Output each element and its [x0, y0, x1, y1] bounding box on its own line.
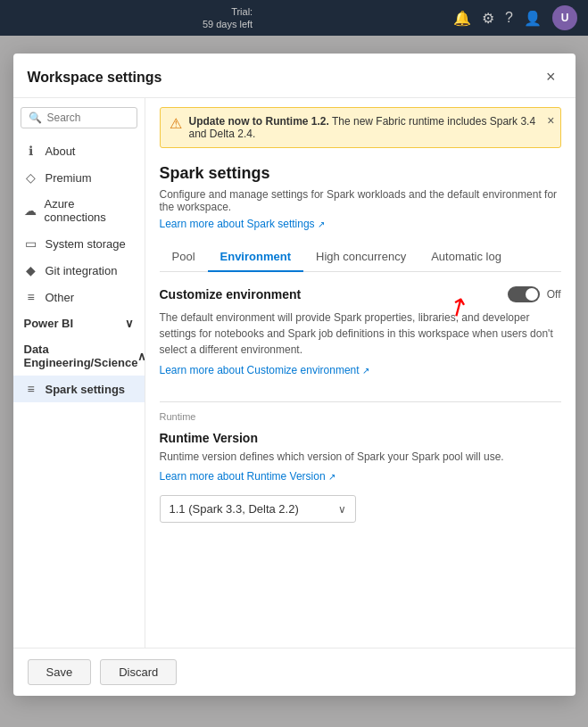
main-content: ⚠ Update now to Runtime 1.2. The new Fab…	[145, 98, 576, 648]
trial-info: Trial: 59 days left	[203, 5, 253, 31]
customize-environment-description: The default environment will provide Spa…	[160, 310, 561, 358]
top-bar-icons: 🔔 ⚙ ? 👤 U	[453, 5, 577, 30]
user-settings-icon[interactable]: 👤	[524, 10, 542, 27]
chevron-up-icon: ∧	[137, 350, 145, 363]
sidebar-item-other[interactable]: ≡ Other	[13, 284, 145, 310]
workspace-settings-modal: Workspace settings × 🔍 ℹ About ◇ Premium	[13, 54, 576, 696]
tab-automatic-log[interactable]: Automatic log	[418, 243, 514, 272]
customize-environment-toggle[interactable]	[508, 286, 540, 302]
bell-icon[interactable]: 🔔	[453, 10, 471, 27]
toggle-thumb	[526, 288, 538, 301]
sidebar-item-about[interactable]: ℹ About	[13, 137, 145, 164]
external-link-icon-3: ↗	[328, 472, 335, 482]
notification-banner: ⚠ Update now to Runtime 1.2. The new Fab…	[160, 107, 561, 148]
diamond-icon: ◇	[24, 170, 38, 185]
customize-environment-learn-link[interactable]: Learn more about Customize environment ↗	[160, 364, 369, 376]
modal-body: 🔍 ℹ About ◇ Premium ☁ Azure connections …	[13, 98, 576, 648]
notification-text: Update now to Runtime 1.2. The new Fabri…	[189, 115, 551, 140]
close-button[interactable]: ×	[541, 66, 561, 88]
settings-icon[interactable]: ⚙	[482, 10, 494, 27]
modal-footer: Save Discard	[13, 648, 576, 696]
runtime-version-learn-link[interactable]: Learn more about Runtime Version ↗	[160, 470, 335, 483]
help-icon[interactable]: ?	[505, 10, 513, 26]
sidebar-item-azure-connections[interactable]: ☁ Azure connections	[13, 191, 145, 230]
tabs: Pool Environment High concurrency Automa…	[160, 243, 561, 272]
modal-title: Workspace settings	[28, 70, 162, 86]
spark-icon: ≡	[24, 382, 38, 396]
modal-header: Workspace settings ×	[13, 54, 576, 98]
sidebar-item-spark-settings[interactable]: ≡ Spark settings	[13, 376, 145, 402]
external-link-icon-2: ↗	[362, 366, 369, 376]
external-link-icon: ↗	[318, 219, 325, 229]
tab-pool[interactable]: Pool	[160, 243, 208, 272]
cloud-icon: ☁	[24, 203, 37, 218]
info-icon: ℹ	[24, 144, 38, 158]
tab-environment[interactable]: Environment	[208, 243, 303, 272]
discard-button[interactable]: Discard	[100, 659, 177, 685]
search-input[interactable]	[47, 112, 129, 124]
close-notification-button[interactable]: ×	[547, 113, 554, 128]
content-area: Spark settings Configure and manage sett…	[145, 157, 576, 648]
git-icon: ◆	[24, 263, 38, 277]
runtime-label: Runtime	[160, 411, 561, 422]
sidebar: 🔍 ℹ About ◇ Premium ☁ Azure connections …	[13, 98, 145, 648]
page-title: Spark settings	[160, 164, 561, 183]
save-button[interactable]: Save	[28, 659, 92, 685]
avatar[interactable]: U	[552, 5, 577, 30]
warning-icon: ⚠	[170, 115, 182, 132]
sidebar-item-premium[interactable]: ◇ Premium	[13, 164, 145, 191]
runtime-divider	[160, 401, 561, 402]
spark-settings-learn-link[interactable]: Learn more about Spark settings ↗	[160, 218, 325, 230]
sidebar-item-git-integration[interactable]: ◆ Git integration	[13, 257, 145, 284]
page-description: Configure and manage settings for Spark …	[160, 188, 561, 213]
toggle-container: Off	[508, 286, 561, 302]
search-box[interactable]: 🔍	[21, 107, 137, 128]
list-icon: ≡	[24, 290, 38, 304]
top-bar: Trial: 59 days left 🔔 ⚙ ? 👤 U	[0, 0, 588, 36]
sidebar-section-data-engineering[interactable]: Data Engineering/Science ∧	[13, 336, 145, 376]
sidebar-section-power-bi[interactable]: Power BI ∨	[13, 310, 145, 336]
runtime-version-title: Runtime Version	[160, 431, 561, 445]
customize-environment-header: Customize environment Off	[160, 286, 561, 302]
customize-environment-title: Customize environment	[160, 287, 302, 302]
modal-overlay: Workspace settings × 🔍 ℹ About ◇ Premium	[0, 36, 588, 727]
dropdown-value: 1.1 (Spark 3.3, Delta 2.2)	[170, 502, 299, 516]
chevron-down-icon: ∨	[125, 317, 134, 330]
tab-high-concurrency[interactable]: High concurrency	[303, 243, 418, 272]
chevron-down-icon: ∨	[338, 503, 346, 516]
runtime-version-dropdown[interactable]: 1.1 (Spark 3.3, Delta 2.2) ∨	[160, 495, 356, 523]
search-icon: 🔍	[29, 112, 42, 124]
runtime-version-description: Runtime version defines which version of…	[160, 450, 561, 463]
sidebar-item-system-storage[interactable]: ▭ System storage	[13, 230, 145, 257]
toggle-label: Off	[547, 288, 561, 301]
storage-icon: ▭	[24, 236, 38, 251]
